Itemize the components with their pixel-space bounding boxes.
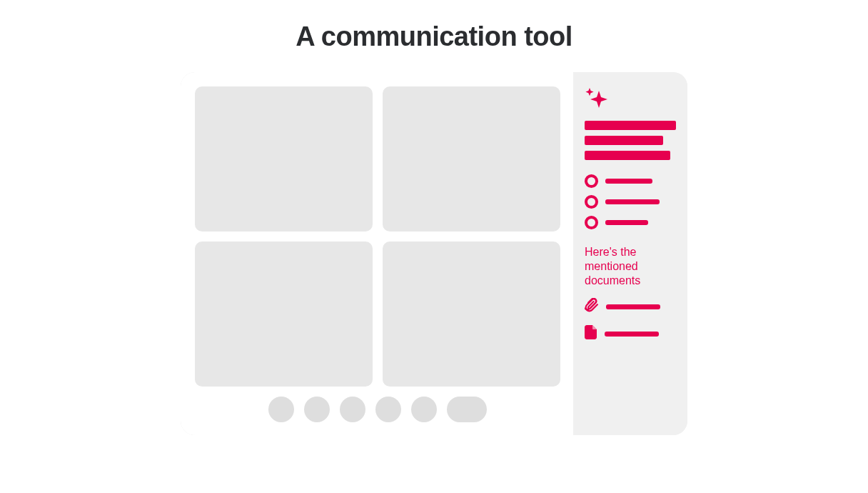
radio-icon (585, 216, 598, 229)
option-label-line (605, 199, 660, 204)
radio-icon (585, 174, 598, 188)
attachment-label-line (606, 304, 660, 309)
video-tile[interactable] (383, 241, 560, 387)
option-label-line (605, 179, 652, 184)
option-list (585, 174, 676, 229)
documents-heading: Here's the mentioned documents (585, 245, 676, 288)
attachment-item[interactable] (585, 325, 676, 342)
radio-icon (585, 195, 598, 209)
video-grid (195, 86, 560, 387)
attachment-list (585, 298, 676, 342)
control-button[interactable] (268, 397, 294, 422)
main-area (181, 72, 573, 435)
stage: A communication tool (0, 0, 868, 493)
control-button[interactable] (411, 397, 437, 422)
option-label-line (605, 220, 648, 225)
page-title: A communication tool (296, 21, 572, 52)
file-icon (585, 325, 597, 342)
call-controls (195, 387, 560, 424)
summary-line (585, 151, 670, 160)
summary-line (585, 136, 663, 145)
attachment-item[interactable] (585, 298, 676, 315)
control-button[interactable] (375, 397, 401, 422)
ai-sidebar: Here's the mentioned documents (573, 72, 687, 435)
option-item[interactable] (585, 174, 676, 188)
video-tile[interactable] (383, 86, 560, 231)
option-item[interactable] (585, 195, 676, 209)
control-pill-button[interactable] (447, 397, 487, 422)
paperclip-icon (585, 298, 599, 315)
option-item[interactable] (585, 216, 676, 229)
video-tile[interactable] (195, 86, 373, 231)
summary-line (585, 121, 676, 130)
control-button[interactable] (304, 397, 330, 422)
attachment-label-line (605, 332, 659, 337)
video-tile[interactable] (195, 241, 373, 387)
sparkle-icon (585, 88, 676, 111)
control-button[interactable] (340, 397, 365, 422)
app-window: Here's the mentioned documents (181, 72, 687, 435)
